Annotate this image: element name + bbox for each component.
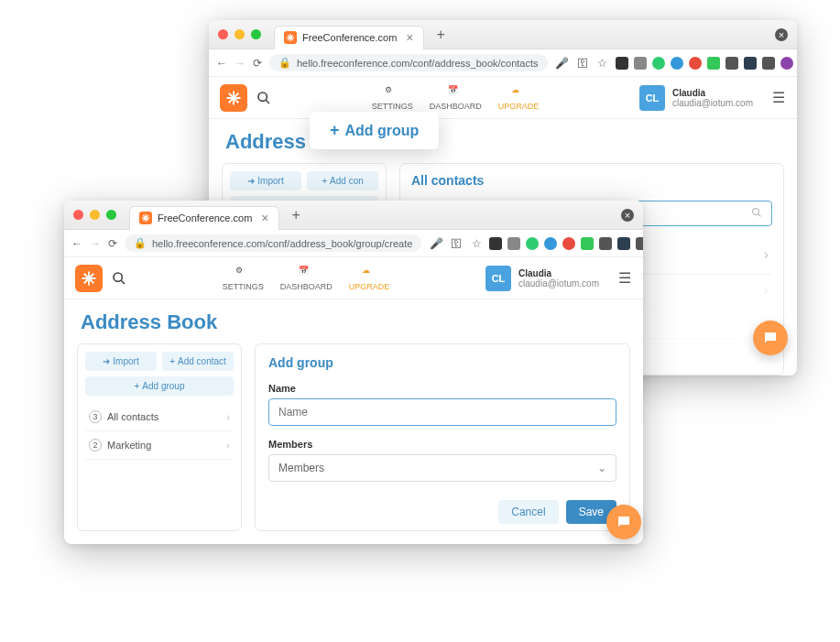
cloud-upload-icon: ☁ (362, 266, 376, 280)
url-field[interactable]: 🔒 hello.freeconference.com/conf/address_… (125, 234, 421, 252)
app-logo-icon[interactable] (75, 265, 103, 292)
extension-icon[interactable] (689, 57, 702, 70)
extension-icon[interactable] (707, 57, 720, 70)
app-header: ⚙ SETTINGS 📅 DASHBOARD ☁ UPGRADE CL Clau… (209, 77, 797, 119)
key-icon[interactable]: ⚿ (449, 236, 464, 251)
extension-icon[interactable] (725, 57, 738, 70)
url-field[interactable]: 🔒 hello.freeconference.com/conf/address_… (269, 54, 548, 71)
name-label: Name (268, 383, 616, 394)
extension-icon[interactable] (652, 57, 665, 70)
maximize-window-button[interactable] (106, 210, 116, 220)
minimize-window-button[interactable] (235, 29, 245, 39)
plus-icon: + (330, 121, 340, 140)
hamburger-menu-icon[interactable]: ☰ (771, 91, 786, 105)
add-contact-button[interactable]: + Add contact (162, 352, 234, 371)
nav-settings[interactable]: ⚙ SETTINGS (223, 266, 264, 291)
svg-point-0 (258, 92, 267, 101)
panel-actions: Cancel Save (268, 482, 616, 524)
chat-widget-button[interactable] (753, 321, 788, 355)
nav-dashboard[interactable]: 📅 DASHBOARD (280, 266, 333, 291)
nav-upgrade[interactable]: ☁ UPGRADE (349, 266, 390, 291)
profile-avatar-icon[interactable] (780, 57, 793, 70)
plus-icon: + (169, 356, 175, 366)
extension-icon[interactable] (489, 237, 502, 250)
gear-icon: ⚙ (385, 85, 399, 100)
browser-tab[interactable]: FreeConference.com × (129, 206, 279, 230)
cancel-button[interactable]: Cancel (498, 500, 558, 524)
extension-icon[interactable] (616, 57, 628, 70)
titlebar: FreeConference.com × + × (209, 20, 797, 49)
back-icon[interactable]: ← (216, 56, 227, 71)
star-icon[interactable]: ☆ (595, 56, 610, 71)
forward-icon[interactable]: → (90, 236, 101, 251)
nav-dashboard[interactable]: 📅 DASHBOARD (430, 85, 482, 111)
sidebar-item-marketing[interactable]: 2 Marketing › (85, 431, 234, 460)
chat-widget-button[interactable] (606, 505, 641, 539)
extension-icon[interactable] (544, 237, 557, 250)
mic-icon[interactable]: 🎤 (555, 56, 570, 71)
hamburger-menu-icon[interactable]: ☰ (617, 271, 632, 286)
import-button[interactable]: ➜ Import (230, 171, 301, 190)
search-icon[interactable] (256, 91, 271, 105)
mic-icon[interactable]: 🎤 (429, 236, 443, 251)
extension-icon[interactable] (507, 237, 520, 250)
svg-point-1 (753, 209, 759, 215)
add-contact-button[interactable]: + Add con (307, 171, 378, 190)
extension-icon[interactable] (562, 237, 575, 250)
close-tab-icon[interactable]: × (406, 30, 413, 45)
members-select[interactable]: Members ⌄ (268, 454, 616, 482)
user-menu[interactable]: CL Claudia claudia@iotum.com (485, 266, 599, 291)
puzzle-icon[interactable] (636, 237, 643, 250)
window-menu-icon[interactable]: × (775, 28, 788, 41)
search-icon[interactable] (112, 271, 126, 286)
new-tab-button[interactable]: + (437, 27, 445, 43)
favicon-icon (139, 212, 152, 224)
key-icon[interactable]: ⚿ (575, 56, 590, 71)
new-tab-button[interactable]: + (292, 207, 300, 223)
sidebar-item-all-contacts[interactable]: 3 All contacts › (85, 403, 234, 431)
reload-icon[interactable]: ⟳ (253, 56, 262, 71)
titlebar: FreeConference.com × + × (64, 201, 643, 230)
group-name-input[interactable] (268, 398, 616, 426)
url-text: hello.freeconference.com/conf/address_bo… (297, 58, 539, 69)
plus-icon: + (135, 381, 140, 391)
extension-icon[interactable] (671, 57, 683, 70)
nav-settings[interactable]: ⚙ SETTINGS (372, 85, 413, 111)
sidebar: ➜ Import + Add contact + Add group 3 All… (77, 343, 242, 531)
import-button[interactable]: ➜ Import (85, 352, 157, 371)
extension-icons: 🎤 ⚿ ☆ ⋮ (429, 236, 643, 251)
close-window-button[interactable] (218, 29, 228, 39)
lock-icon: 🔒 (134, 237, 147, 249)
user-menu[interactable]: CL Claudia claudia@iotum.com (639, 85, 753, 111)
extension-icon[interactable] (581, 237, 594, 250)
count-badge: 2 (89, 439, 102, 452)
close-window-button[interactable] (73, 210, 83, 220)
maximize-window-button[interactable] (251, 29, 261, 39)
star-icon[interactable]: ☆ (469, 236, 484, 251)
reload-icon[interactable]: ⟳ (108, 236, 117, 251)
window-menu-icon[interactable]: × (621, 209, 634, 222)
lock-icon: 🔒 (278, 57, 291, 69)
forward-icon[interactable]: → (235, 56, 245, 71)
close-tab-icon[interactable]: × (261, 211, 268, 225)
panel-title: Add group (268, 355, 616, 370)
extension-icon[interactable] (617, 237, 630, 250)
extension-icon[interactable] (526, 237, 539, 250)
chevron-down-icon: ⌄ (597, 462, 606, 474)
minimize-window-button[interactable] (90, 210, 100, 220)
address-bar: ← → ⟳ 🔒 hello.freeconference.com/conf/ad… (64, 230, 643, 257)
import-icon: ➜ (103, 356, 110, 366)
traffic-lights (73, 210, 116, 220)
app-logo-icon[interactable] (220, 84, 247, 112)
sidebar-item-label: Marketing (107, 440, 151, 451)
nav-upgrade[interactable]: ☁ UPGRADE (498, 85, 540, 111)
add-group-button[interactable]: + Add group (85, 376, 234, 396)
extension-icon[interactable] (634, 57, 647, 70)
back-icon[interactable]: ← (71, 236, 82, 251)
address-bar: ← → ⟳ 🔒 hello.freeconference.com/conf/ad… (209, 49, 797, 77)
extension-icon[interactable] (744, 57, 757, 70)
puzzle-icon[interactable] (762, 57, 775, 70)
extension-icon[interactable] (599, 237, 612, 250)
import-icon: ➜ (247, 176, 255, 186)
browser-tab[interactable]: FreeConference.com × (274, 26, 424, 49)
